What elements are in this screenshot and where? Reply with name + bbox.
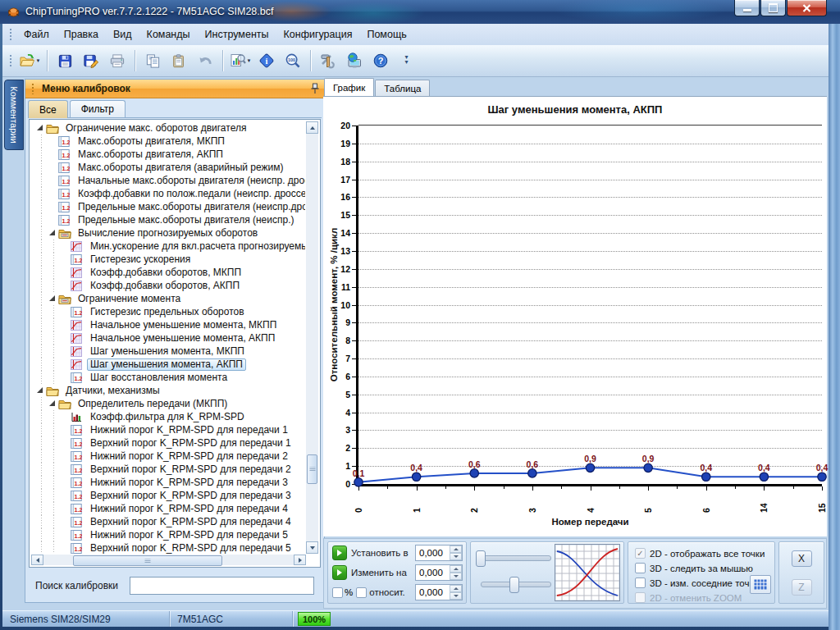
data-point-marker[interactable] xyxy=(354,478,363,486)
data-point-marker[interactable] xyxy=(644,463,652,472)
menu-item-Инструменты[interactable]: Инструменты xyxy=(198,25,276,43)
expander-icon[interactable] xyxy=(37,387,43,393)
grid-table-button[interactable] xyxy=(750,575,771,594)
z-axis-button[interactable]: Z xyxy=(792,579,812,596)
data-point-marker[interactable] xyxy=(412,472,420,481)
search-input[interactable] xyxy=(130,577,314,595)
x-axis-button[interactable]: X xyxy=(792,550,812,567)
tree-item[interactable]: 1.2Гистерезис ускорения xyxy=(31,253,305,266)
tree-item[interactable]: 1.2Макс.обороты двигателя, МКПП xyxy=(31,135,305,148)
spin-down-button[interactable] xyxy=(450,592,462,600)
toolbar-help-button[interactable]: ? xyxy=(368,48,394,73)
toolbar-open-file-button[interactable]: ▼ xyxy=(16,48,43,73)
tab-comments-vertical[interactable]: Комментарии xyxy=(4,80,24,150)
tab-table[interactable]: Таблица xyxy=(375,80,430,96)
spin-up-button[interactable] xyxy=(450,546,462,553)
toolbar-zoom-100-button[interactable]: 100 xyxy=(280,48,306,73)
slider-track[interactable] xyxy=(477,555,551,561)
scroll-right-button[interactable] xyxy=(294,555,306,565)
tree-item[interactable]: Шаг уменьшения момента, МКПП xyxy=(31,345,305,358)
minimize-button[interactable] xyxy=(734,0,760,16)
tree-item[interactable]: 1.2Верхний порог K_RPM-SPD для передачи … xyxy=(31,463,305,476)
scroll-thumb[interactable] xyxy=(307,454,317,484)
relative-checkbox[interactable] xyxy=(356,587,367,598)
slider-thumb[interactable] xyxy=(509,577,519,593)
apply-change-button[interactable] xyxy=(332,565,347,580)
toolbar-copy-button[interactable] xyxy=(139,48,166,73)
slider-thumb[interactable] xyxy=(476,550,486,567)
change-value[interactable]: 0,000 xyxy=(416,565,450,580)
apply-set-button[interactable] xyxy=(332,546,347,560)
tree-item[interactable]: 1.2Нижний порог K_RPM-SPD для передачи 3 xyxy=(31,476,305,489)
toolbar-grip[interactable] xyxy=(9,54,13,68)
tree-item[interactable]: 1.2Верхний порог K_RPM-SPD для передачи … xyxy=(31,489,305,502)
dropdown-arrow-icon[interactable]: ▼ xyxy=(247,58,252,63)
menu-item-Вид[interactable]: Вид xyxy=(106,25,139,43)
menu-item-Помощь[interactable]: Помощь xyxy=(359,25,413,43)
toolbar-overflow-button[interactable]: ▾▾ xyxy=(402,48,411,71)
tree-item[interactable]: 1.2Макс.обороты двигателя, АКПП xyxy=(31,148,305,161)
scroll-down-button[interactable] xyxy=(306,541,318,554)
curve-preview-button[interactable] xyxy=(555,544,620,601)
close-button[interactable] xyxy=(787,0,827,16)
tree-item[interactable]: Начальное уменьшение момента, МКПП xyxy=(31,318,305,331)
tree-item[interactable]: Коэфф.добавки оборотов, МКПП xyxy=(31,266,305,279)
data-point-marker[interactable] xyxy=(586,463,594,472)
pin-icon[interactable] xyxy=(310,83,320,94)
tree-item[interactable]: Коэфф.добавки оборотов, АКПП xyxy=(31,279,305,292)
toolbar-info-button[interactable]: i xyxy=(253,48,280,73)
tree-item[interactable]: 1.2Верхний порог K_RPM-SPD для передачи … xyxy=(31,436,305,450)
tree-item[interactable]: 1.2Нижний порог K_RPM-SPD для передачи 4 xyxy=(31,502,305,515)
tree-item[interactable]: Коэфф.фильтра для K_RPM-SPD xyxy=(31,410,305,423)
panel-grip[interactable] xyxy=(31,83,35,94)
tree-item[interactable]: Ограничение макс. оборотов двигателя xyxy=(31,121,305,135)
tree-item[interactable]: Начальное уменьшение момента, АКПП xyxy=(31,331,305,345)
tree-item[interactable]: Определитель передачи (МКПП) xyxy=(31,397,305,410)
tree-item[interactable]: 1.2Шаг восстановления момента xyxy=(31,371,305,384)
toolbar-save-button[interactable] xyxy=(52,48,78,73)
tree-vertical-scrollbar[interactable] xyxy=(306,121,318,554)
menu-item-Конфигурация[interactable]: Конфигурация xyxy=(276,25,360,43)
menu-item-Правка[interactable]: Правка xyxy=(57,25,106,43)
tree-item[interactable]: Датчики, механизмы xyxy=(31,384,305,397)
tree-item[interactable]: 1.2Предельные макс.обороты двигателя (не… xyxy=(31,213,305,226)
tree-item[interactable]: Вычисление прогнозируемых оборотов xyxy=(31,226,305,240)
set-value[interactable]: 0,000 xyxy=(416,546,450,560)
spin-down-button[interactable] xyxy=(450,553,462,560)
tree-item[interactable]: 1.2Нижний порог K_RPM-SPD для передачи 5 xyxy=(31,528,305,541)
data-point-marker[interactable] xyxy=(702,472,710,481)
tree-item[interactable]: 1.2Нижний порог K_RPM-SPD для передачи 1 xyxy=(31,423,305,436)
tree-item[interactable]: 1.2Нижний порог K_RPM-SPD для передачи 2 xyxy=(31,450,305,463)
scroll-up-button[interactable] xyxy=(306,121,318,134)
spin-up-button[interactable] xyxy=(450,585,462,592)
toolbar-undo-button[interactable] xyxy=(192,48,218,73)
change-value-spinner[interactable]: 0,000 xyxy=(415,564,463,581)
expander-icon[interactable] xyxy=(49,295,55,301)
tree-horizontal-scrollbar[interactable] xyxy=(31,555,306,565)
expander-icon[interactable] xyxy=(49,400,55,406)
toolbar-chart-view-button[interactable]: ▼ xyxy=(227,48,253,73)
data-point-marker[interactable] xyxy=(528,469,536,477)
tree-item[interactable]: Ограничение момента xyxy=(31,292,305,305)
tree-item[interactable]: Мин.ускорение для вкл.расчета прогнозиру… xyxy=(31,240,305,253)
menu-item-Файл[interactable]: Файл xyxy=(16,25,57,43)
expander-icon[interactable] xyxy=(37,125,43,130)
relative-value[interactable]: 0,000 xyxy=(416,585,450,600)
set-value-spinner[interactable]: 0,000 xyxy=(415,545,463,561)
spin-down-button[interactable] xyxy=(450,573,462,580)
data-point-marker[interactable] xyxy=(818,472,826,481)
data-point-marker[interactable] xyxy=(470,469,478,477)
menu-item-Команды[interactable]: Команды xyxy=(139,25,198,43)
tree-item[interactable]: 1.2Макс.обороты двигателя (аварийный реж… xyxy=(31,161,305,174)
option-checkbox[interactable]: ✓ xyxy=(635,548,646,559)
tree-item[interactable]: 1.2Гистерезис предельных оборотов xyxy=(31,305,305,318)
relative-value-spinner[interactable]: 0,000 xyxy=(415,584,463,600)
scroll-left-button[interactable] xyxy=(31,555,43,565)
toolbar-grip[interactable] xyxy=(9,28,13,42)
option-checkbox[interactable] xyxy=(635,578,646,588)
tab-graph[interactable]: График xyxy=(324,78,374,96)
toolbar-save-as-button[interactable] xyxy=(78,48,104,73)
maximize-button[interactable] xyxy=(760,0,786,16)
tree-item[interactable]: 1.2Верхний порог K_RPM-SPD для передачи … xyxy=(31,515,305,528)
percent-checkbox[interactable] xyxy=(332,587,343,598)
